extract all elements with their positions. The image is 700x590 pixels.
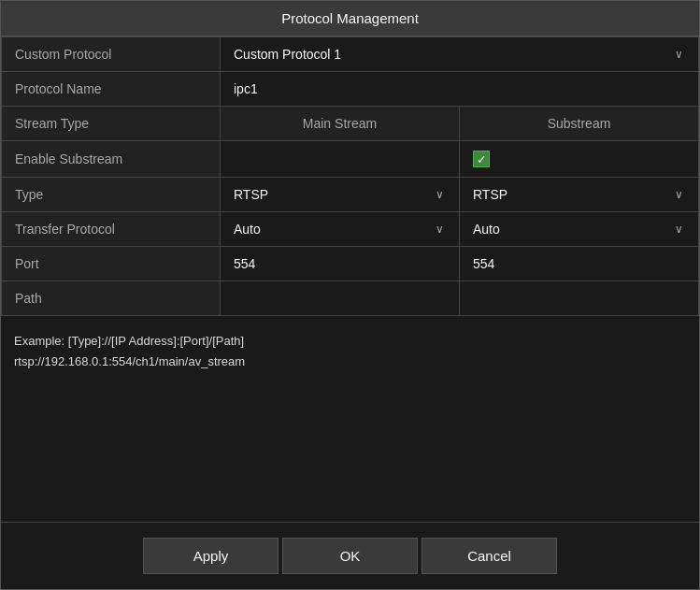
transfer-sub-select[interactable]: Auto TCP UDP: [473, 222, 685, 237]
dialog-footer: Apply OK Cancel: [1, 522, 699, 589]
enable-substream-row: Enable Substream ✓: [2, 141, 699, 178]
path-row: Path: [2, 281, 699, 316]
type-main-cell: RTSP RTMP HTTP: [221, 178, 460, 212]
example-line2: rtsp://192.168.0.1:554/ch1/main/av_strea…: [14, 352, 686, 372]
example-section: Example: [Type]://[IP Address]:[Port]/[P…: [1, 316, 699, 381]
type-sub-select[interactable]: RTSP RTMP HTTP: [473, 187, 685, 202]
path-main-input[interactable]: [234, 291, 446, 306]
protocol-name-row: Protocol Name: [2, 72, 699, 107]
transfer-protocol-row: Transfer Protocol Auto TCP UDP Auto: [2, 212, 699, 247]
custom-protocol-select[interactable]: Custom Protocol 1: [234, 47, 685, 62]
transfer-main-cell: Auto TCP UDP: [221, 212, 460, 247]
cancel-button[interactable]: Cancel: [421, 538, 557, 574]
protocol-management-dialog: Protocol Management Custom Protocol Cust…: [0, 0, 700, 590]
substream-header: Substream: [460, 107, 699, 141]
port-main-input[interactable]: [234, 256, 446, 271]
apply-button[interactable]: Apply: [143, 538, 279, 574]
dialog-title: Protocol Management: [1, 1, 699, 36]
transfer-sub-cell: Auto TCP UDP: [460, 212, 699, 247]
custom-protocol-label: Custom Protocol: [2, 37, 221, 72]
custom-protocol-select-wrapper[interactable]: Custom Protocol 1: [234, 47, 685, 62]
transfer-sub-select-wrapper[interactable]: Auto TCP UDP: [473, 222, 685, 237]
type-main-select[interactable]: RTSP RTMP HTTP: [234, 187, 446, 202]
type-sub-select-wrapper[interactable]: RTSP RTMP HTTP: [473, 187, 685, 202]
type-label: Type: [2, 178, 221, 212]
port-row: Port: [2, 247, 699, 281]
transfer-main-select-wrapper[interactable]: Auto TCP UDP: [234, 222, 446, 237]
type-main-select-wrapper[interactable]: RTSP RTMP HTTP: [234, 187, 446, 202]
custom-protocol-cell: Custom Protocol 1: [221, 37, 699, 72]
enable-substream-main-cell: [221, 141, 460, 178]
path-main-cell[interactable]: [221, 281, 460, 316]
dialog-body: Custom Protocol Custom Protocol 1 Protoc…: [1, 36, 699, 522]
form-table: Custom Protocol Custom Protocol 1 Protoc…: [1, 36, 699, 316]
enable-substream-checkbox[interactable]: ✓: [473, 151, 490, 167]
enable-substream-label: Enable Substream: [2, 141, 221, 178]
stream-type-header-row: Stream Type Main Stream Substream: [2, 107, 699, 141]
protocol-name-cell[interactable]: [221, 72, 699, 107]
example-line1: Example: [Type]://[IP Address]:[Port]/[P…: [14, 331, 686, 352]
stream-type-label: Stream Type: [2, 107, 221, 141]
port-label: Port: [2, 247, 221, 281]
type-row: Type RTSP RTMP HTTP RTSP RTMP: [2, 178, 699, 212]
enable-substream-sub-cell[interactable]: ✓: [460, 141, 699, 178]
transfer-protocol-label: Transfer Protocol: [2, 212, 221, 247]
type-sub-cell: RTSP RTMP HTTP: [460, 178, 699, 212]
transfer-main-select[interactable]: Auto TCP UDP: [234, 222, 446, 237]
port-sub-input[interactable]: [473, 256, 685, 271]
path-sub-cell[interactable]: [460, 281, 699, 316]
ok-button[interactable]: OK: [282, 538, 418, 574]
path-label: Path: [2, 281, 221, 316]
custom-protocol-row: Custom Protocol Custom Protocol 1: [2, 37, 699, 72]
protocol-name-input[interactable]: [234, 81, 685, 96]
main-stream-header: Main Stream: [221, 107, 460, 141]
path-sub-input[interactable]: [473, 291, 685, 306]
port-sub-cell[interactable]: [460, 247, 699, 281]
protocol-name-label: Protocol Name: [2, 72, 221, 107]
port-main-cell[interactable]: [221, 247, 460, 281]
